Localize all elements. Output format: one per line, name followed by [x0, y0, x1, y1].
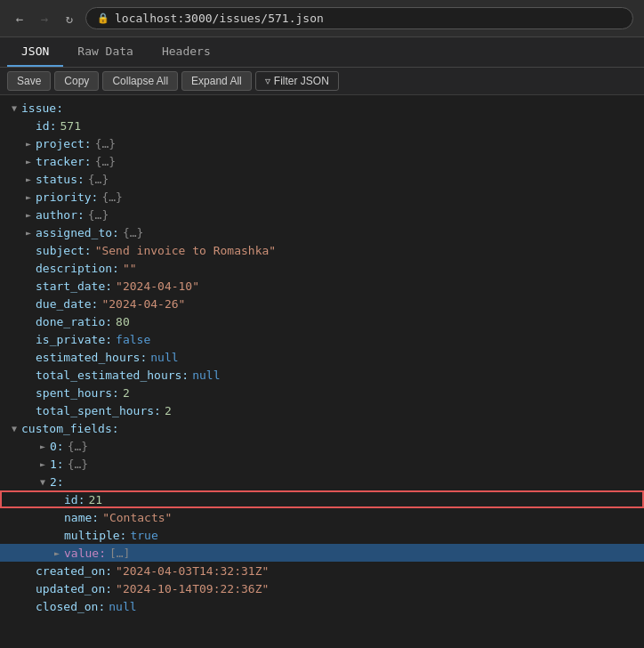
cf-2-name-line: name: "Contacts"	[0, 508, 644, 526]
priority-key: priority:	[36, 190, 98, 204]
updated-on-key: updated_on:	[36, 582, 112, 595]
tab-json[interactable]: JSON	[7, 37, 63, 67]
cf-2-arrow[interactable]: ▼	[36, 477, 50, 487]
total-spent-hours-key: total_spent_hours:	[36, 404, 161, 417]
id-line: id: 571	[0, 117, 644, 134]
custom-fields-line: ▼ custom_fields:	[0, 419, 644, 437]
created-on-line: created_on: "2024-04-03T14:32:31Z"	[0, 562, 644, 579]
due-date-value: "2024-04-26"	[101, 297, 185, 311]
closed-on-line: closed_on: null	[0, 597, 644, 615]
copy-button[interactable]: Copy	[54, 71, 99, 91]
updated-on-value: "2024-10-14T09:22:36Z"	[116, 582, 269, 595]
priority-line: ► priority: {…}	[0, 188, 644, 206]
start-date-line: start_date: "2024-04-10"	[0, 277, 644, 295]
browser-chrome: ← → ↻ 🔒 localhost:3000/issues/571.json	[0, 0, 644, 37]
cf-2-key: 2:	[50, 475, 64, 489]
closed-on-key: closed_on:	[36, 600, 105, 613]
total-spent-hours-value: 2	[165, 404, 172, 417]
tracker-value: {…}	[95, 155, 116, 168]
cf-2-id-value: 21	[88, 493, 102, 506]
assigned-to-value: {…}	[123, 226, 143, 239]
start-date-key: start_date:	[36, 279, 112, 293]
author-value: {…}	[88, 208, 109, 222]
custom-fields-arrow[interactable]: ▼	[7, 424, 21, 433]
cf-2-value-arrow[interactable]: ►	[50, 548, 64, 558]
author-line: ► author: {…}	[0, 206, 644, 223]
created-on-value: "2024-04-03T14:32:31Z"	[116, 564, 269, 578]
done-ratio-line: done_ratio: 80	[0, 312, 644, 330]
cf-2-id-key: id:	[64, 493, 85, 506]
is-private-key: is_private:	[36, 333, 112, 346]
status-line: ► status: {…}	[0, 170, 644, 188]
root-issue-line: ▼ issue:	[0, 99, 644, 117]
back-button[interactable]: ←	[11, 10, 28, 28]
cf-0-arrow[interactable]: ►	[36, 441, 50, 451]
issue-key: issue:	[21, 101, 63, 115]
cf-0-line: ► 0: {…}	[0, 437, 644, 455]
spent-hours-key: spent_hours:	[36, 386, 119, 400]
created-on-key: created_on:	[36, 564, 112, 578]
assigned-to-arrow[interactable]: ►	[21, 228, 36, 238]
cf-0-key: 0:	[50, 440, 64, 453]
start-date-value: "2024-04-10"	[116, 279, 199, 293]
custom-fields-key: custom_fields:	[21, 422, 119, 435]
refresh-button[interactable]: ↻	[60, 10, 78, 28]
description-value: ""	[123, 262, 137, 275]
collapse-all-button[interactable]: Collapse All	[102, 71, 178, 91]
save-button[interactable]: Save	[7, 71, 51, 91]
tracker-arrow[interactable]: ►	[21, 157, 36, 166]
spent-hours-line: spent_hours: 2	[0, 384, 644, 401]
forward-button[interactable]: →	[36, 10, 53, 28]
cf-2-value-line: ► value: […]	[0, 544, 644, 562]
cf-1-arrow[interactable]: ►	[36, 459, 50, 469]
filter-json-button[interactable]: ▿ Filter JSON	[255, 71, 339, 91]
browser-titlebar: ← → ↻ 🔒 localhost:3000/issues/571.json	[0, 0, 644, 36]
is-private-value: false	[116, 333, 150, 346]
status-key: status:	[36, 173, 85, 186]
spent-hours-value: 2	[123, 386, 130, 400]
cf-2-value-key: value:	[64, 547, 106, 560]
total-estimated-hours-key: total_estimated_hours:	[36, 369, 189, 382]
status-arrow[interactable]: ►	[21, 174, 36, 184]
total-spent-hours-line: total_spent_hours: 2	[0, 401, 644, 419]
expand-all-button[interactable]: Expand All	[181, 71, 252, 91]
cf-0-value: {…}	[68, 440, 88, 453]
tab-headers[interactable]: Headers	[148, 37, 225, 67]
project-key: project:	[36, 137, 92, 150]
due-date-key: due_date:	[36, 297, 98, 311]
priority-arrow[interactable]: ►	[21, 192, 36, 202]
author-arrow[interactable]: ►	[21, 210, 36, 220]
cf-2-multiple-value: true	[130, 529, 157, 542]
cf-2-id-line: id: 21	[0, 490, 644, 508]
due-date-line: due_date: "2024-04-26"	[0, 295, 644, 312]
cf-2-name-value: "Contacts"	[102, 511, 172, 524]
estimated-hours-value: null	[150, 351, 178, 364]
cf-2-name-key: name:	[64, 511, 99, 524]
id-key: id:	[36, 119, 56, 133]
cf-1-line: ► 1: {…}	[0, 455, 644, 473]
id-value: 571	[60, 119, 80, 133]
status-value: {…}	[88, 173, 109, 186]
cf-1-value: {…}	[68, 458, 88, 471]
address-bar[interactable]: 🔒 localhost:3000/issues/571.json	[85, 7, 633, 29]
description-line: description: ""	[0, 259, 644, 277]
subject-key: subject:	[36, 244, 92, 257]
assigned-to-key: assigned_to:	[36, 226, 119, 239]
done-ratio-value: 80	[116, 315, 130, 328]
updated-on-line: updated_on: "2024-10-14T09:22:36Z"	[0, 579, 644, 597]
tracker-line: ► tracker: {…}	[0, 152, 644, 170]
filter-label: Filter JSON	[274, 75, 329, 87]
estimated-hours-key: estimated_hours:	[36, 351, 147, 364]
total-estimated-hours-value: null	[192, 369, 220, 382]
cf-2-line: ▼ 2:	[0, 473, 644, 490]
tabs-bar: JSON Raw Data Headers	[0, 37, 644, 68]
estimated-hours-line: estimated_hours: null	[0, 348, 644, 366]
issue-arrow[interactable]: ▼	[7, 103, 21, 113]
tab-raw[interactable]: Raw Data	[63, 37, 148, 67]
done-ratio-key: done_ratio:	[36, 315, 112, 328]
cf-2-multiple-line: multiple: true	[0, 526, 644, 544]
project-arrow[interactable]: ►	[21, 139, 36, 149]
cf-2-value-value: […]	[109, 547, 130, 560]
json-content: ▼ issue: id: 571 ► project: {…} ► tracke…	[0, 95, 644, 645]
filter-icon: ▿	[265, 75, 270, 87]
